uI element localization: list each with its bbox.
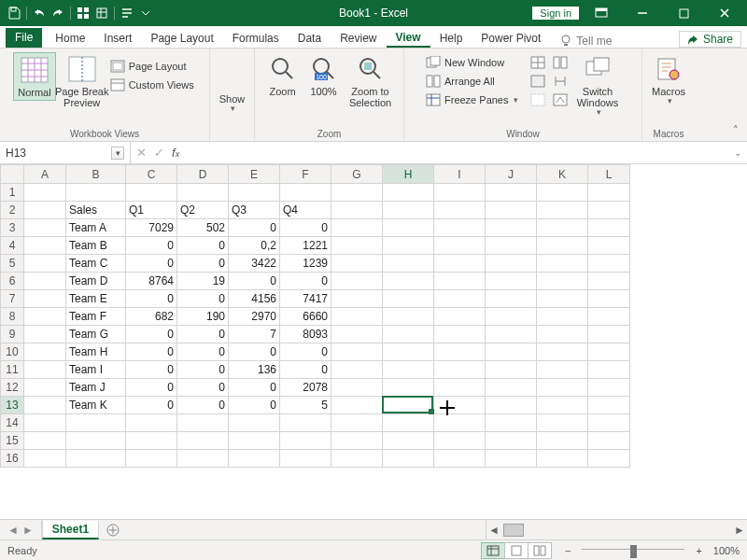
cell[interactable] [331,290,383,308]
cell[interactable] [383,202,434,219]
page-break-preview-button[interactable]: Page Break Preview [60,52,105,110]
cell[interactable] [66,414,126,432]
cell[interactable] [383,273,434,290]
cell[interactable] [588,308,630,326]
row-header[interactable]: 5 [1,255,24,273]
cell[interactable] [24,308,66,326]
cell[interactable]: 682 [126,308,177,326]
cell[interactable] [588,326,630,343]
cell[interactable]: 0 [177,397,229,414]
cell[interactable] [537,202,588,219]
cell[interactable] [588,290,630,308]
cell[interactable]: 0 [177,290,229,308]
cell[interactable] [588,361,630,379]
nav-next-icon[interactable]: ► [22,524,34,537]
cell[interactable]: Team A [66,219,126,237]
column-header[interactable]: I [434,165,486,184]
cell[interactable]: 3422 [229,255,280,273]
macros-button[interactable]: Macros▾ [648,52,689,108]
column-header[interactable]: L [588,165,630,184]
cell[interactable] [537,343,588,361]
cell[interactable]: 1239 [280,255,331,273]
cell[interactable]: 0,2 [229,237,280,255]
cell[interactable]: 0 [280,361,331,379]
cell[interactable]: Q4 [280,202,331,219]
row-header[interactable]: 6 [1,273,24,290]
cell[interactable] [537,255,588,273]
cell[interactable]: 1221 [280,237,331,255]
cell[interactable] [486,379,537,397]
cell[interactable]: 0 [177,326,229,343]
tell-me[interactable]: Tell me [559,35,612,48]
new-window-button[interactable]: New Window [424,54,525,71]
qat-item-icon[interactable] [93,5,110,21]
cell[interactable] [486,290,537,308]
cell[interactable]: 19 [177,273,229,290]
cell[interactable]: Team B [66,237,126,255]
worksheet-grid[interactable]: ABCDEFGHIJKL12SalesQ1Q2Q3Q43Team A702950… [0,164,747,519]
cell[interactable] [537,450,588,468]
column-header[interactable]: A [24,165,66,184]
cell[interactable] [486,237,537,255]
cell[interactable] [280,414,331,432]
cell[interactable] [177,432,229,450]
view-pagelayout-button[interactable] [504,542,529,559]
column-header[interactable]: H [383,165,434,184]
cell[interactable] [331,219,383,237]
collapse-ribbon-icon[interactable]: ˄ [728,122,743,137]
cell[interactable]: 7029 [126,219,177,237]
cell[interactable] [537,308,588,326]
cell[interactable] [383,432,434,450]
column-header[interactable]: J [486,165,537,184]
cell[interactable]: Team J [66,379,126,397]
column-header[interactable]: D [177,165,229,184]
row-header[interactable]: 13 [1,397,24,414]
row-header[interactable]: 10 [1,343,24,361]
cell[interactable] [486,219,537,237]
cell[interactable] [24,379,66,397]
cell[interactable] [177,450,229,468]
cell[interactable] [383,343,434,361]
row-header[interactable]: 15 [1,432,24,450]
signin-button[interactable]: Sign in [532,7,579,20]
cell[interactable] [434,184,486,202]
row-header[interactable]: 7 [1,290,24,308]
cell[interactable] [588,184,630,202]
zoom-out-button[interactable]: − [561,545,574,556]
cell[interactable] [588,237,630,255]
cell[interactable] [280,432,331,450]
tab-file[interactable]: File [6,28,42,48]
cell[interactable]: Team F [66,308,126,326]
zoom-in-button[interactable]: + [692,545,705,556]
cell[interactable]: 502 [177,219,229,237]
cancel-formula-icon[interactable]: ✕ [136,146,147,160]
cell[interactable] [486,397,537,414]
show-button[interactable]: Show▾ [214,52,251,116]
cell[interactable] [331,343,383,361]
cell[interactable] [588,343,630,361]
column-header[interactable]: G [331,165,383,184]
cell[interactable] [383,219,434,237]
cell[interactable] [177,414,229,432]
cell[interactable]: 8093 [280,326,331,343]
cell[interactable] [383,379,434,397]
cell[interactable]: 2078 [280,379,331,397]
cell[interactable] [434,308,486,326]
cell[interactable] [24,273,66,290]
tab-home[interactable]: Home [46,29,94,48]
cell[interactable] [537,273,588,290]
cell[interactable]: Team C [66,255,126,273]
cell[interactable] [24,432,66,450]
undo-icon[interactable] [31,5,48,21]
cell[interactable] [383,414,434,432]
cell[interactable] [280,450,331,468]
cell[interactable] [24,361,66,379]
cell[interactable] [331,237,383,255]
zoom-slider[interactable] [582,549,684,553]
tab-page-layout[interactable]: Page Layout [141,29,222,48]
freeze-panes-button[interactable]: Freeze Panes▾ [424,91,525,108]
tab-data[interactable]: Data [289,29,331,48]
cell[interactable]: 0 [126,326,177,343]
sheet-tab-active[interactable]: Sheet1 [42,521,99,539]
cell[interactable] [331,397,383,414]
